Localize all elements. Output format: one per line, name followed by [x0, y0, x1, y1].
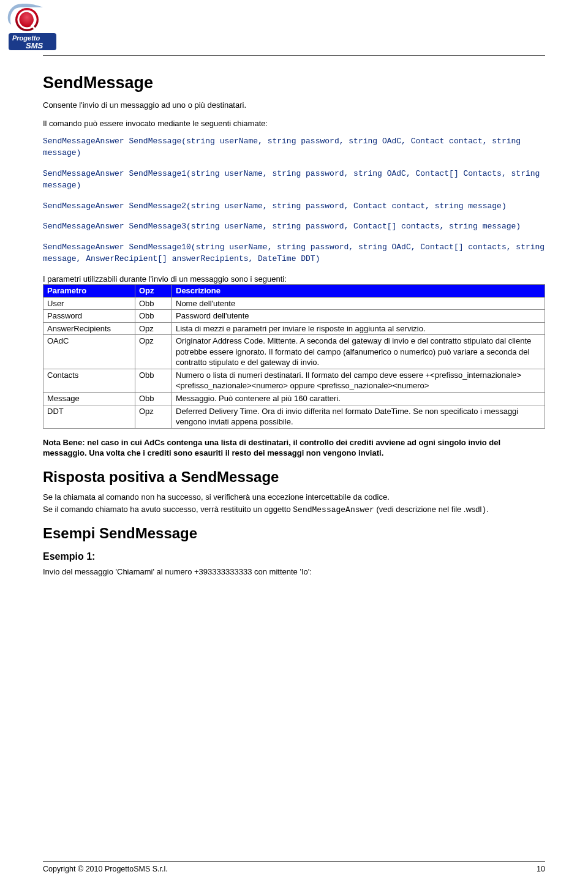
- intro-text: Consente l'invio di un messaggio ad uno …: [43, 100, 545, 111]
- table-row: Contacts Obb Numero o lista di numeri de…: [43, 369, 545, 392]
- logo-text-bottom: SMS: [26, 41, 43, 50]
- th-parametro: Parametro: [43, 285, 135, 298]
- signature-1: SendMessageAnswer SendMessage(string use…: [43, 135, 545, 159]
- heading-esempio-1: Esempio 1:: [43, 550, 545, 563]
- signature-4: SendMessageAnswer SendMessage3(string us…: [43, 220, 545, 233]
- param-desc: Numero o lista di numeri destinatari. Il…: [172, 369, 545, 392]
- table-row: DDT Opz Deferred Delivery Time. Ora di i…: [43, 405, 545, 428]
- table-row: User Obb Nome dell'utente: [43, 297, 545, 310]
- progetto-sms-logo: Progetto SMS: [7, 4, 58, 51]
- param-opz: Opz: [135, 322, 172, 335]
- pos-line2: Se il comando chiamato ha avuto successo…: [43, 504, 545, 516]
- param-desc: Originator Address Code. Mittente. A sec…: [172, 335, 545, 369]
- param-name: Contacts: [43, 369, 135, 392]
- code-inline: SendMessageAnswer: [293, 505, 374, 514]
- params-intro: I parametri utilizzabili durante l'invio…: [43, 274, 545, 285]
- nota-bene: Nota Bene: nel caso in cui AdCs contenga…: [43, 437, 545, 459]
- table-row: OAdC Opz Originator Address Code. Mitten…: [43, 335, 545, 369]
- param-name: Password: [43, 310, 135, 323]
- param-name: User: [43, 297, 135, 310]
- cmd-intro: Il comando può essere invocato mediante …: [43, 118, 545, 129]
- table-row: Password Obb Password dell'utente: [43, 310, 545, 323]
- th-descrizione: Descrizione: [172, 285, 545, 298]
- heading-sendmessage: SendMessage: [43, 72, 545, 94]
- table-row: AnswerRecipients Opz Lista di mezzi e pa…: [43, 322, 545, 335]
- nb-text: nel caso in cui AdCs contenga una lista …: [43, 438, 500, 458]
- param-name: DDT: [43, 405, 135, 428]
- param-opz: Opz: [135, 335, 172, 369]
- page-footer: Copyright © 2010 ProgettoSMS S.r.l. 10: [43, 861, 545, 875]
- signature-2: SendMessageAnswer SendMessage1(string us…: [43, 168, 545, 192]
- param-desc: Deferred Delivery Time. Ora di invio dif…: [172, 405, 545, 428]
- param-opz: Obb: [135, 310, 172, 323]
- footer-copyright: Copyright © 2010 ProgettoSMS S.r.l.: [43, 864, 168, 875]
- param-opz: Opz: [135, 405, 172, 428]
- nb-label: Nota Bene:: [43, 438, 87, 447]
- param-desc: Lista di mezzi e parametri per inviare l…: [172, 322, 545, 335]
- param-name: AnswerRecipients: [43, 322, 135, 335]
- header-divider: [43, 55, 545, 56]
- param-opz: Obb: [135, 393, 172, 405]
- param-desc: Messaggio. Può contenere al più 160 cara…: [172, 393, 545, 405]
- heading-esempi: Esempi SendMessage: [43, 524, 545, 543]
- signature-3: SendMessageAnswer SendMessage2(string us…: [43, 200, 545, 213]
- param-opz: Obb: [135, 369, 172, 392]
- table-header-row: Parametro Opz Descrizione: [43, 285, 545, 298]
- param-desc: Password dell'utente: [172, 310, 545, 323]
- pos-line1: Se la chiamata al comando non ha success…: [43, 492, 545, 503]
- th-opz: Opz: [135, 285, 172, 298]
- heading-risposta-positiva: Risposta positiva a SendMessage: [43, 467, 545, 487]
- document-page: Progetto SMS SendMessage Consente l'invi…: [0, 0, 588, 888]
- params-table: Parametro Opz Descrizione User Obb Nome …: [43, 284, 545, 429]
- signature-5: SendMessageAnswer SendMessage10(string u…: [43, 241, 545, 265]
- table-row: Message Obb Messaggio. Può contenere al …: [43, 393, 545, 405]
- param-name: Message: [43, 393, 135, 405]
- param-name: OAdC: [43, 335, 135, 369]
- param-opz: Obb: [135, 297, 172, 310]
- footer-page-number: 10: [537, 864, 545, 875]
- param-desc: Nome dell'utente: [172, 297, 545, 310]
- esempio-1-text: Invio del messaggio 'Chiamami' al numero…: [43, 566, 545, 578]
